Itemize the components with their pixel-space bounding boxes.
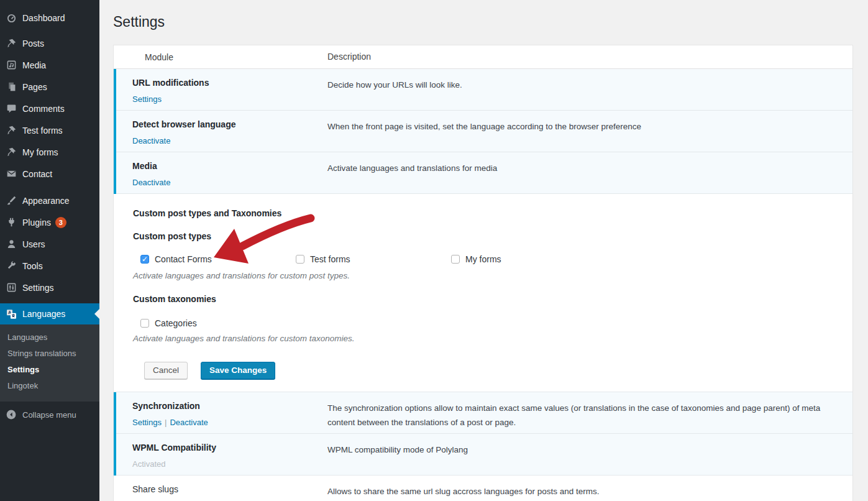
- sidebar-item-label: Dashboard: [22, 13, 65, 23]
- column-header-description: Description: [327, 50, 852, 64]
- checkbox-option: My forms: [451, 254, 606, 264]
- checkbox-test-forms[interactable]: [296, 255, 304, 264]
- sidebar-item-label: Pages: [22, 82, 47, 92]
- checkbox-label: Contact Forms: [155, 254, 212, 264]
- sidebar-item-languages[interactable]: A Languages: [0, 303, 99, 324]
- mail-icon: [5, 168, 17, 180]
- page-title: Settings: [99, 0, 868, 31]
- sidebar-item-dashboard[interactable]: Dashboard: [0, 7, 99, 29]
- main-content: Settings Module Description URL modifica…: [99, 0, 868, 501]
- user-icon: [5, 238, 17, 251]
- plug-icon: [5, 216, 17, 229]
- module-title: Share slugs: [132, 484, 321, 495]
- sidebar-item-comments[interactable]: Comments: [0, 98, 99, 119]
- module-title: Media: [132, 160, 321, 172]
- comments-icon: [5, 103, 17, 115]
- module-description: Allows to share the same url slug accros…: [327, 476, 852, 501]
- module-title: WPML Compatibility: [132, 442, 321, 454]
- sidebar-item-pages[interactable]: Pages: [0, 76, 99, 98]
- collapse-menu-label: Collapse menu: [22, 410, 76, 420]
- table-header-row: Module Description: [114, 45, 852, 69]
- wrench-icon: [5, 260, 17, 272]
- sidebar-item-users[interactable]: Users: [0, 233, 99, 255]
- module-description: WPML compatibility mode of Polylang: [327, 434, 852, 475]
- sidebar-item-contact[interactable]: Contact: [0, 163, 99, 185]
- sidebar-item-label: Settings: [22, 283, 54, 293]
- module-description: Decide how your URLs will look like.: [327, 69, 852, 110]
- collapse-arrow-icon: [5, 408, 17, 421]
- module-row-media: Media Deactivate Activate languages and …: [114, 152, 852, 194]
- module-description: When the front page is visited, set the …: [327, 111, 852, 152]
- url-modifications-settings-link[interactable]: Settings: [132, 94, 162, 104]
- sidebar-item-label: Test forms: [22, 126, 63, 136]
- submenu-item-settings[interactable]: Settings: [0, 362, 99, 378]
- save-changes-button[interactable]: Save Changes: [201, 362, 275, 379]
- languages-submenu: Languages Strings translations Settings …: [0, 324, 99, 402]
- taxonomies-note: Activate languages and translations for …: [133, 334, 840, 343]
- checkbox-contact-forms[interactable]: ✓: [140, 255, 149, 264]
- sidebar-item-label: Media: [22, 60, 46, 70]
- taxonomies-checkbox-row: Categories: [140, 318, 840, 328]
- link-separator: |: [165, 418, 167, 427]
- checkbox-my-forms[interactable]: [451, 255, 460, 264]
- module-row-wpml-compatibility: WPML Compatibility Activated WPML compat…: [114, 434, 852, 476]
- admin-menu: Dashboard Posts Media Pages Comments Tes…: [0, 0, 99, 423]
- synchronization-deactivate-link[interactable]: Deactivate: [170, 418, 208, 427]
- admin-sidebar: Dashboard Posts Media Pages Comments Tes…: [0, 0, 99, 501]
- module-title: URL modifications: [132, 77, 321, 89]
- translation-icon: A: [5, 308, 17, 320]
- checkbox-label: My forms: [465, 254, 501, 264]
- checkmark-icon: ✓: [142, 255, 148, 264]
- sidebar-item-label: Appearance: [22, 196, 70, 206]
- modules-table: Module Description URL modifications Set…: [113, 45, 853, 501]
- sidebar-item-settings[interactable]: Settings: [0, 277, 99, 298]
- pin-icon: [5, 37, 17, 50]
- custom-taxonomies-heading: Custom taxonomies: [133, 295, 840, 303]
- detect-browser-deactivate-link[interactable]: Deactivate: [132, 136, 170, 145]
- sidebar-item-label: Comments: [22, 104, 65, 114]
- cancel-button[interactable]: Cancel: [144, 362, 188, 379]
- checkbox-option: Test forms: [296, 254, 451, 264]
- sidebar-item-label: Languages: [22, 309, 65, 319]
- checkbox-option: Categories: [140, 318, 296, 328]
- submenu-item-lingotek[interactable]: Lingotek: [0, 378, 99, 394]
- sidebar-item-posts[interactable]: Posts: [0, 32, 99, 54]
- pages-icon: [5, 81, 17, 93]
- brush-icon: [5, 195, 17, 207]
- sidebar-item-label: Posts: [22, 39, 44, 48]
- dashboard-icon: [5, 12, 17, 24]
- sidebar-item-plugins[interactable]: Plugins 3: [0, 211, 99, 233]
- module-description: The synchronization options allow to mai…: [327, 392, 852, 433]
- module-description: Activate languages and translations for …: [327, 152, 852, 193]
- panel-title: Custom post types and Taxonomies: [133, 209, 840, 218]
- sidebar-item-appearance[interactable]: Appearance: [0, 190, 99, 211]
- submenu-item-strings-translations[interactable]: Strings translations: [0, 346, 99, 362]
- submenu-item-languages[interactable]: Languages: [0, 329, 99, 346]
- pin-icon: [5, 146, 17, 159]
- module-row-url-modifications: URL modifications Settings Decide how yo…: [114, 69, 852, 111]
- custom-post-types-heading: Custom post types: [133, 232, 840, 241]
- module-row-detect-browser-language: Detect browser language Deactivate When …: [114, 111, 852, 152]
- post-types-note: Activate languages and translations for …: [133, 272, 840, 280]
- sidebar-item-label: My forms: [22, 147, 58, 157]
- wpml-status-text: Activated: [132, 459, 321, 469]
- checkbox-categories[interactable]: [140, 319, 149, 328]
- sliders-icon: [5, 282, 17, 294]
- sidebar-item-my-forms[interactable]: My forms: [0, 141, 99, 163]
- plugins-update-badge: 3: [55, 217, 66, 228]
- sidebar-item-label: Users: [22, 239, 45, 249]
- sidebar-item-label: Plugins: [22, 218, 51, 228]
- sidebar-item-tools[interactable]: Tools: [0, 255, 99, 277]
- panel-buttons: Cancel Save Changes: [144, 362, 840, 379]
- media-deactivate-link[interactable]: Deactivate: [132, 178, 170, 187]
- module-row-share-slugs: Share slugs Deactivated Allows to share …: [114, 476, 852, 501]
- sidebar-item-label: Contact: [22, 169, 52, 179]
- column-header-module: Module: [114, 52, 327, 62]
- sidebar-item-test-forms[interactable]: Test forms: [0, 119, 99, 141]
- pin-icon: [5, 124, 17, 137]
- checkbox-label: Test forms: [310, 254, 350, 264]
- synchronization-settings-link[interactable]: Settings: [132, 418, 162, 427]
- sidebar-item-media[interactable]: Media: [0, 54, 99, 76]
- collapse-menu-button[interactable]: Collapse menu: [0, 407, 99, 423]
- module-title: Detect browser language: [132, 119, 321, 131]
